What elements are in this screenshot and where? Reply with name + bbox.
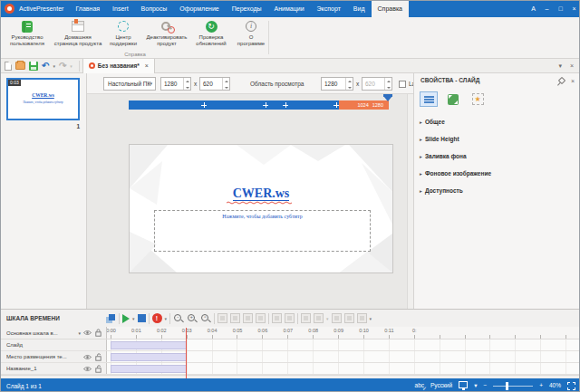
maximize-button[interactable]: □ [554, 1, 567, 17]
main-timeline-selector[interactable]: Основная шкала в... ▾ [1, 327, 107, 339]
tab-slide-properties[interactable] [420, 91, 438, 107]
track-slide[interactable]: Слайд [1, 339, 580, 351]
accessibility-button[interactable]: A [527, 1, 540, 17]
document-tab-close-icon[interactable]: × [145, 62, 149, 69]
tab-glavnaya[interactable]: Главная [69, 1, 106, 17]
breakpoint-marker-icon[interactable] [283, 102, 288, 108]
tab-size-properties[interactable] [444, 91, 462, 107]
tab-oformlenie[interactable]: Оформление [173, 1, 225, 17]
zoom-in-button[interactable]: + [539, 378, 543, 392]
tab-eksport[interactable]: Экспорт [311, 1, 347, 17]
responsive-breakpoint-bar[interactable]: 1024 1280 [129, 100, 389, 110]
audio-icon [314, 313, 324, 323]
canvas-vertical-scrollbar[interactable] [407, 94, 413, 309]
split-icon [272, 313, 282, 323]
device-select[interactable]: Настольный ПК ▾ [103, 77, 156, 91]
check-updates-button[interactable]: ↻ Проверка обновлений [189, 19, 233, 50]
pin-pane-icon[interactable] [558, 77, 566, 84]
visibility-eye-icon[interactable] [83, 330, 92, 336]
breakpoint-marker-icon[interactable] [201, 102, 207, 108]
pane-close-icon[interactable]: × [570, 62, 574, 69]
language-status[interactable]: Русский [430, 378, 452, 392]
playhead-line[interactable] [186, 328, 187, 378]
undo-icon[interactable]: ↶ [42, 62, 49, 71]
zoom-fit-timeline-icon[interactable]: ▫ [200, 313, 211, 324]
record-narration-icon[interactable]: ! [152, 313, 162, 323]
unlock-icon[interactable] [95, 365, 102, 373]
slide-width-spinner[interactable]: 1280 [160, 77, 191, 91]
section-obschee[interactable]: ▸ Общее [414, 113, 580, 130]
tab-voprosy[interactable]: Вопросы [135, 1, 174, 17]
slide-duration-bar[interactable] [111, 341, 187, 349]
tab-spravka-active[interactable]: Справка [372, 1, 409, 17]
slides-panel: 0:03 CWER.ws Нажмите, чтобы добавить суб… [1, 73, 87, 309]
about-button[interactable]: i О программе [233, 19, 269, 50]
close-pane-icon[interactable]: × [571, 78, 575, 84]
tab-perekhody[interactable]: Переходы [226, 1, 268, 17]
zoom-in-timeline-icon[interactable]: + [187, 313, 198, 324]
fit-to-window-icon[interactable] [567, 382, 575, 390]
support-center-button[interactable]: Центр поддержки [102, 19, 144, 50]
deactivate-product-button[interactable]: Деактивировать продукт [144, 19, 189, 50]
expand-arrow-icon: ▸ [417, 154, 425, 159]
canvas-area: Настольный ПК ▾ 1280 x 620 Область просм… [87, 73, 413, 309]
timeline-panes-icon[interactable] [105, 313, 116, 324]
minimize-button[interactable]: – [540, 1, 554, 17]
placeholder-duration-bar[interactable] [111, 353, 187, 361]
zoom-out-timeline-icon[interactable]: - [173, 313, 184, 324]
thumbnail-title: CWER.ws [8, 92, 78, 98]
pane-menu-caret-icon[interactable]: ▾ [558, 62, 562, 70]
presentation-mode-icon[interactable] [459, 381, 468, 388]
slide-thumbnail[interactable]: 0:03 CWER.ws Нажмите, чтобы добавить суб… [6, 78, 80, 120]
tab-vid[interactable]: Вид [347, 1, 372, 17]
canvas-toolbar: Настольный ПК ▾ 1280 x 620 Область просм… [87, 73, 413, 94]
audio-dropdown-icon: ▾ [326, 316, 329, 321]
section-slide-height[interactable]: ▸ Slide Height [414, 130, 580, 148]
slide-height-spinner[interactable]: 620 [199, 77, 230, 91]
timeline-panel: ШКАЛА ВРЕМЕНИ ▾ ! ▾ - + ▫ ▾ [1, 309, 580, 378]
user-guide-button[interactable]: Руководство пользователя [1, 19, 53, 50]
tab-animatsii[interactable]: Анимации [268, 1, 311, 17]
toolbar-overflow-icon[interactable]: ▾ [370, 316, 372, 321]
properties-panel: СВОЙСТВА - СЛАЙД × ★ ▸ Общее ▸ Slide Hei… [413, 73, 580, 309]
breakpoint-marker-icon[interactable] [263, 102, 268, 108]
unlock-icon[interactable] [95, 353, 102, 361]
breakpoint-handle-icon[interactable] [383, 96, 392, 106]
save-icon[interactable] [29, 62, 38, 71]
zoom-out-button[interactable]: − [483, 378, 487, 392]
zoom-slider[interactable] [493, 378, 533, 392]
stop-icon[interactable] [138, 314, 146, 322]
section-fonovoe-izobrazhenie[interactable]: ▸ Фоновое изображение [414, 165, 580, 182]
record-dropdown-icon[interactable]: ▾ [165, 316, 168, 321]
close-window-button[interactable]: × [567, 1, 580, 17]
track-title-1[interactable]: Название_1 [1, 363, 580, 375]
product-homepage-button[interactable]: Домашняя страница продукта [53, 19, 102, 50]
slide-canvas[interactable]: CWER.ws Нажмите, чтобы добавить субтитр [129, 144, 393, 273]
section-zalivka-fona[interactable]: ▸ Заливка фона [414, 148, 580, 165]
document-tab-logo-icon [89, 62, 95, 69]
slide-title-text: CWER.ws [233, 186, 290, 201]
undo-dropdown-icon[interactable]: ▾ [53, 63, 55, 69]
play-icon[interactable] [122, 314, 130, 323]
document-tab[interactable]: Без названия* × [82, 59, 155, 73]
play-dropdown-icon[interactable]: ▾ [132, 316, 135, 321]
app-menu-button[interactable]: ActivePresenter [17, 1, 69, 17]
slide-title-block[interactable]: CWER.ws [130, 186, 392, 205]
open-project-icon[interactable] [15, 62, 25, 70]
presentation-mode-caret-icon[interactable]: ▾ [474, 378, 477, 392]
lock-icon[interactable] [95, 329, 102, 337]
new-document-icon[interactable] [5, 62, 12, 71]
tab-insert[interactable]: Insert [106, 1, 135, 17]
visibility-eye-icon[interactable] [83, 354, 92, 360]
section-dostupnost[interactable]: ▸ Доступность [414, 182, 580, 199]
visibility-eye-icon[interactable] [83, 366, 92, 372]
layout-checkbox[interactable] [399, 81, 406, 88]
track-text-placeholder[interactable]: Место размещения те... [1, 351, 580, 363]
spellcheck-icon[interactable]: abc ✓ [415, 378, 424, 392]
canvas-workspace[interactable]: 1024 1280 [87, 94, 413, 309]
zoom-slider-handle[interactable] [506, 382, 508, 390]
subtitle-placeholder-box[interactable]: Нажмите, чтобы добавить субтитр [154, 210, 371, 252]
title-duration-bar[interactable] [111, 365, 187, 373]
tab-interactivity-properties[interactable]: ★ [469, 91, 487, 107]
viewport-width-spinner[interactable]: 1280 [321, 77, 353, 91]
